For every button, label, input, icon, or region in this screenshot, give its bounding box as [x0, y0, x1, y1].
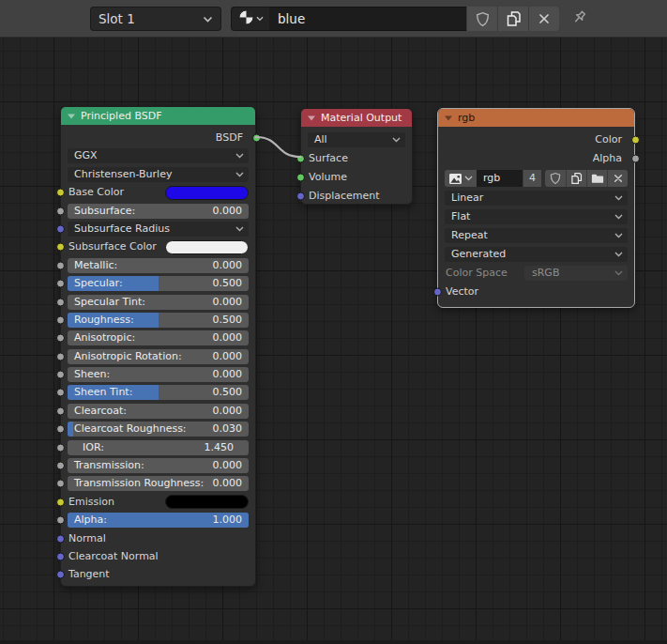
- dropdown-ggx[interactable]: GGX: [68, 148, 249, 163]
- material-sphere-icon: [238, 9, 254, 28]
- socket-in-anisotropic-[interactable]: [56, 334, 65, 343]
- socket-in-anisotropic-rotation-[interactable]: [56, 352, 65, 360]
- dropdown-linear[interactable]: Linear: [445, 191, 628, 206]
- unlink-material-button[interactable]: [528, 7, 559, 31]
- editor-header: Slot 1 blue: [0, 0, 667, 38]
- shield-icon: [476, 11, 490, 27]
- fake-user-button[interactable]: [466, 7, 497, 31]
- socket-in-displacement[interactable]: [296, 192, 305, 201]
- dropdown-repeat[interactable]: Repeat: [445, 228, 628, 243]
- slider-clearcoat[interactable]: Clearcoat:0.000: [68, 404, 249, 419]
- collapse-triangle-icon[interactable]: [445, 115, 452, 121]
- socket-in-alpha-[interactable]: [56, 516, 65, 525]
- color-swatch-subsurface-color[interactable]: [165, 240, 249, 254]
- dropdown-flat[interactable]: Flat: [445, 209, 628, 224]
- row-clearcoat-roughness: Clearcoat Roughness:0.030: [68, 422, 249, 437]
- collapse-triangle-icon[interactable]: [68, 114, 75, 119]
- node-rgb-image-texture[interactable]: rgbColorAlphargb4LinearFlatRepeatGenerat…: [437, 108, 635, 308]
- slider-specular-tint[interactable]: Specular Tint:0.000: [68, 295, 249, 310]
- node-header-principled-bsdf[interactable]: Principled BSDF: [61, 107, 255, 125]
- color-label: Emission: [68, 495, 165, 510]
- unlink-image-button[interactable]: [607, 170, 628, 187]
- material-name-field[interactable]: blue: [269, 7, 466, 31]
- socket-in-normal[interactable]: [56, 534, 65, 543]
- slider-anisotropic[interactable]: Anisotropic:0.000: [68, 330, 249, 345]
- color-swatch-emission[interactable]: [165, 495, 249, 509]
- row-subsurface: Subsurface:0.000: [68, 204, 249, 219]
- new-material-button[interactable]: [497, 7, 528, 31]
- slider-subsurface[interactable]: Subsurface:0.000: [68, 204, 249, 219]
- input-label: Vector: [446, 285, 478, 298]
- image-users-count-button[interactable]: 4: [523, 170, 541, 187]
- slider-transmission[interactable]: Transmission:0.000: [68, 458, 249, 473]
- node-header-material-output[interactable]: Material Output: [301, 109, 412, 127]
- field-value: 0.000: [213, 367, 243, 382]
- slider-specular[interactable]: Specular:0.500: [68, 276, 249, 291]
- row-sheen: Sheen:0.000: [68, 367, 249, 382]
- slider-transmission-roughness[interactable]: Transmission Roughness:0.000: [68, 476, 249, 491]
- image-datablock-row: rgb4: [445, 170, 628, 187]
- socket-in-tangent[interactable]: [56, 571, 65, 579]
- row-specular: Specular:0.500: [68, 276, 249, 291]
- open-image-button[interactable]: [586, 170, 607, 187]
- socket-in-subsurface-color[interactable]: [56, 243, 65, 252]
- value-field-ior[interactable]: IOR:1.450: [68, 440, 249, 455]
- dropdown-label: Linear: [451, 191, 483, 206]
- slider-anisotropic-rotation[interactable]: Anisotropic Rotation:0.000: [68, 349, 249, 364]
- socket-in-specular-[interactable]: [56, 280, 65, 288]
- node-title: Principled BSDF: [81, 110, 162, 122]
- node-header-rgb-image-texture[interactable]: rgb: [438, 109, 634, 127]
- dropdown-all[interactable]: All: [308, 132, 405, 147]
- slider-sheen[interactable]: Sheen:0.000: [68, 367, 249, 382]
- node-content: AllSurfaceVolumeDisplacement: [301, 127, 412, 204]
- dropdown-color-space[interactable]: sRGB: [524, 266, 628, 281]
- field-value: 0.000: [213, 258, 243, 273]
- socket-in-transmission-roughness-[interactable]: [56, 480, 65, 488]
- dropdown-christensen-burley[interactable]: Christensen-Burley: [68, 167, 249, 182]
- image-browse-dropdown[interactable]: [445, 170, 477, 187]
- socket-in-sheen-tint-[interactable]: [56, 389, 65, 397]
- slider-roughness[interactable]: Roughness:0.500: [68, 313, 249, 328]
- node-material-output[interactable]: Material OutputAllSurfaceVolumeDisplacem…: [300, 108, 413, 205]
- socket-in-subsurface-[interactable]: [56, 207, 65, 215]
- row-output-alpha: Alpha: [445, 151, 628, 166]
- slider-sheen-tint[interactable]: Sheen Tint:0.500: [68, 385, 249, 400]
- dropdown-subsurface-radius[interactable]: Subsurface Radius: [68, 222, 249, 237]
- socket-out-alpha[interactable]: [631, 155, 640, 163]
- socket-in-surface[interactable]: [296, 155, 305, 163]
- socket-in-emission[interactable]: [56, 498, 65, 506]
- socket-in-ior-[interactable]: [56, 443, 65, 452]
- socket-in-clearcoat-[interactable]: [56, 406, 65, 415]
- row-linear: Linear: [445, 191, 628, 206]
- socket-in-transmission-[interactable]: [56, 462, 65, 470]
- slider-metallic[interactable]: Metallic:0.000: [68, 258, 249, 273]
- row-anisotropic: Anisotropic:0.000: [68, 330, 249, 345]
- row-generated: Generated: [445, 247, 628, 262]
- duplicate-image-button[interactable]: [566, 170, 586, 187]
- socket-in-metallic-[interactable]: [56, 261, 65, 269]
- dropdown-generated[interactable]: Generated: [445, 247, 628, 262]
- socket-in-clearcoat-normal[interactable]: [56, 552, 65, 560]
- socket-in-clearcoat-roughness-[interactable]: [56, 425, 65, 434]
- pin-toggle[interactable]: [567, 8, 591, 30]
- socket-in-roughness-[interactable]: [56, 315, 65, 324]
- slider-alpha[interactable]: Alpha:1.000: [68, 513, 249, 528]
- socket-in-volume[interactable]: [296, 174, 305, 182]
- socket-in-vector[interactable]: [433, 288, 442, 297]
- slot-select[interactable]: Slot 1: [90, 7, 221, 31]
- socket-out-color[interactable]: [631, 136, 640, 145]
- socket-in-specular-tint-[interactable]: [56, 298, 65, 306]
- slider-clearcoat-roughness[interactable]: Clearcoat Roughness:0.030: [68, 422, 249, 437]
- node-principled-bsdf[interactable]: Principled BSDFBSDFGGXChristensen-Burley…: [60, 106, 256, 587]
- output-label: Alpha: [593, 152, 622, 164]
- color-swatch-base-color[interactable]: [165, 186, 249, 200]
- socket-in-subsurface-radius[interactable]: [56, 224, 65, 233]
- material-browse-dropdown[interactable]: [231, 7, 269, 31]
- row-anisotropic-rotation: Anisotropic Rotation:0.000: [68, 349, 249, 364]
- collapse-triangle-icon[interactable]: [308, 115, 315, 121]
- image-name-field[interactable]: rgb: [477, 170, 523, 187]
- fake-user-button[interactable]: [545, 170, 566, 187]
- socket-in-sheen-[interactable]: [56, 371, 65, 379]
- socket-out-bsdf[interactable]: [252, 134, 261, 143]
- socket-in-base-color[interactable]: [56, 189, 65, 197]
